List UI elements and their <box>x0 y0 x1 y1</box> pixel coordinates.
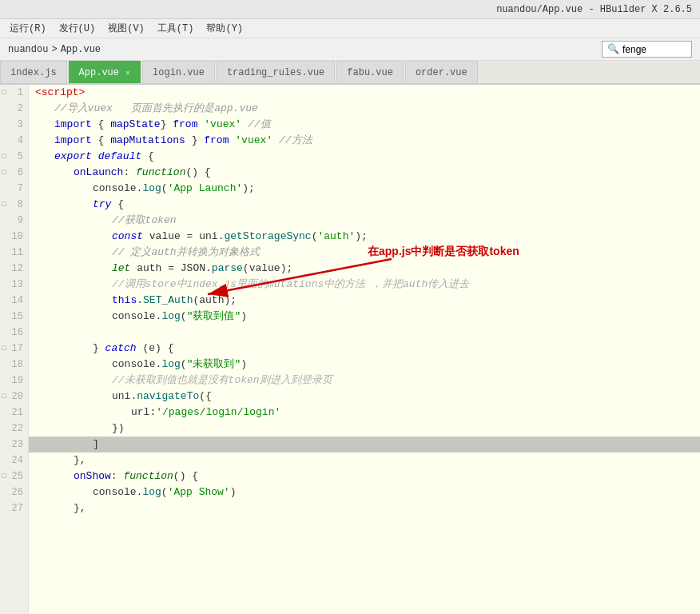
search-input[interactable] <box>622 44 686 55</box>
line-num-4: 4 <box>0 133 28 149</box>
tab-order-vue[interactable]: order.vue <box>405 61 478 83</box>
line-num-9: 9 <box>0 213 28 229</box>
line-num-26: 26 <box>0 484 28 500</box>
line-num-15: 15 <box>0 309 28 325</box>
line-num-21: 21 <box>0 405 28 421</box>
search-box[interactable]: 🔍 <box>602 41 692 58</box>
code-line-11: // 定义auth并转换为对象格式 <box>29 245 700 261</box>
line-numbers: 1 2 3 4 5 6 7 8 9 10 11 12 13 14 15 16 1… <box>0 85 29 614</box>
code-line-27: }, <box>29 500 700 516</box>
breadcrumb-separator: > <box>51 44 57 55</box>
code-line-2: //导入vuex 页面首先执行的是app.vue <box>29 101 700 117</box>
line-num-2: 2 <box>0 101 28 117</box>
menu-item-tools[interactable]: 工具(T) <box>153 20 199 37</box>
tab-fabu-vue[interactable]: fabu.vue <box>336 61 404 83</box>
code-line-23: ] <box>29 437 700 453</box>
line-num-24: 24 <box>0 453 28 468</box>
code-line-25: onShow: function() { <box>29 468 700 484</box>
tab-index-js[interactable]: index.js <box>0 61 67 83</box>
code-line-8: try { <box>29 197 700 213</box>
breadcrumb-file[interactable]: App.vue <box>61 44 101 55</box>
line-num-11: 11 <box>0 245 28 261</box>
line-num-27: 27 <box>0 500 28 516</box>
code-line-22: }) <box>29 421 700 437</box>
line-num-12: 12 <box>0 261 28 277</box>
code-line-14: this.SET_Auth(auth); <box>29 293 700 309</box>
title-text: nuandou/App.vue - HBuilder X 2.6.5 <box>496 4 692 15</box>
line-num-22: 22 <box>0 421 28 437</box>
code-line-21: url:'/pages/login/login' <box>29 405 700 421</box>
line-num-17: 17 <box>0 341 28 357</box>
tabs-bar: index.js App.vue ✕ login.vue trading_rul… <box>0 61 700 85</box>
code-line-9: //获取token <box>29 213 700 229</box>
menu-item-run[interactable]: 运行(R) <box>5 20 51 37</box>
code-line-10: const value = uni.getStorageSync('auth')… <box>29 229 700 245</box>
code-line-4: import { mapMutations } from 'vuex' //方法 <box>29 133 700 149</box>
tab-app-vue[interactable]: App.vue ✕ <box>69 61 141 83</box>
tab-label: fabu.vue <box>347 67 393 78</box>
line-num-6: 6 <box>0 165 28 181</box>
tab-close-icon[interactable]: ✕ <box>125 68 130 78</box>
tab-trading-rules-vue[interactable]: trading_rules.vue <box>217 61 335 83</box>
line-num-3: 3 <box>0 117 28 133</box>
code-line-18: console.log("未获取到") <box>29 357 700 373</box>
code-line-5: export default { <box>29 149 700 165</box>
line-num-16: 16 <box>0 325 28 341</box>
menu-bar: 运行(R) 发行(U) 视图(V) 工具(T) 帮助(Y) <box>0 19 700 38</box>
code-line-15: console.log("获取到值") <box>29 309 700 325</box>
breadcrumb: nuandou > App.vue <box>8 44 597 55</box>
code-line-26: console.log('App Show') <box>29 484 700 500</box>
menu-item-view[interactable]: 视图(V) <box>103 20 149 37</box>
line-num-18: 18 <box>0 357 28 373</box>
line-num-7: 7 <box>0 181 28 197</box>
tab-label: login.vue <box>153 67 205 78</box>
tab-label: App.vue <box>79 67 119 78</box>
code-line-1: <script> <box>29 85 700 101</box>
line-num-8: 8 <box>0 197 28 213</box>
menu-item-publish[interactable]: 发行(U) <box>54 20 101 37</box>
code-line-17: } catch (e) { <box>29 341 700 357</box>
search-bar: nuandou > App.vue 🔍 <box>0 38 700 61</box>
line-num-10: 10 <box>0 229 28 245</box>
tab-login-vue[interactable]: login.vue <box>142 61 215 83</box>
line-num-20: 20 <box>0 389 28 405</box>
tab-label: trading_rules.vue <box>227 67 324 78</box>
line-num-19: 19 <box>0 373 28 389</box>
menu-item-help[interactable]: 帮助(Y) <box>201 20 248 37</box>
code-line-19: //未获取到值也就是没有token则进入到登录页 <box>29 373 700 389</box>
code-line-20: uni.navigateTo({ <box>29 389 700 405</box>
line-num-1: 1 <box>0 85 28 101</box>
search-icon: 🔍 <box>607 43 619 55</box>
code-line-13: //调用store中index.js里面的mutations中的方法 ，并把au… <box>29 277 700 293</box>
code-line-3: import { mapState} from 'vuex' //值 <box>29 117 700 133</box>
title-bar: nuandou/App.vue - HBuilder X 2.6.5 <box>0 0 700 19</box>
code-line-16 <box>29 325 700 341</box>
line-num-25: 25 <box>0 468 28 484</box>
code-line-24: }, <box>29 453 700 468</box>
tab-label: order.vue <box>416 67 467 78</box>
code-line-7: console.log('App Launch'); <box>29 181 700 197</box>
tab-label: index.js <box>10 67 57 78</box>
line-num-14: 14 <box>0 293 28 309</box>
code-line-12: let auth = JSON.parse(value); <box>29 261 700 277</box>
line-num-23: 23 <box>0 437 28 453</box>
line-num-5: 5 <box>0 149 28 165</box>
code-line-6: onLaunch: function() { <box>29 165 700 181</box>
line-num-13: 13 <box>0 277 28 293</box>
editor: 1 2 3 4 5 6 7 8 9 10 11 12 13 14 15 16 1… <box>0 85 700 614</box>
code-content[interactable]: <script> //导入vuex 页面首先执行的是app.vue import… <box>29 85 700 614</box>
breadcrumb-project[interactable]: nuandou <box>8 44 48 55</box>
